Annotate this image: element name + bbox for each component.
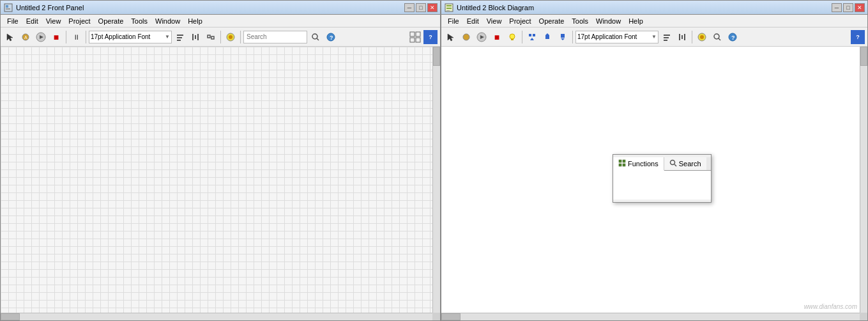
menu-tools[interactable]: Tools (127, 17, 151, 26)
bd-menu-project[interactable]: Project (505, 17, 535, 26)
svg-rect-11 (195, 35, 196, 39)
svg-rect-2 (6, 8, 10, 10)
bd-cleanup-button[interactable] (695, 30, 709, 44)
menu-view[interactable]: View (42, 17, 65, 26)
bd-menu-tools[interactable]: Tools (568, 17, 592, 26)
help-button[interactable]: ? (324, 30, 338, 44)
menu-file[interactable]: File (3, 17, 22, 26)
block-diagram-icon (444, 3, 454, 13)
svg-rect-9 (177, 40, 181, 41)
svg-point-16 (229, 35, 232, 39)
block-diagram-window: Untitled 2 Block Diagram ─ □ ✕ File Edit… (441, 0, 868, 321)
bd-color-tool-button[interactable] (459, 30, 473, 44)
title-left: Untitled 2 Front Panel (3, 3, 84, 13)
bd-stop-button[interactable]: ■ (490, 30, 504, 44)
toolbar-separator-2 (86, 31, 86, 43)
bd-minimize-button[interactable]: ─ (832, 3, 842, 12)
svg-rect-35 (533, 34, 535, 36)
svg-rect-39 (664, 37, 669, 38)
bd-run-button[interactable] (475, 30, 489, 44)
pause-button[interactable]: ⏸ (69, 30, 83, 44)
bd-toolbar-separator-1 (522, 31, 522, 43)
color-tool-button[interactable]: A (19, 30, 33, 44)
run-button[interactable] (34, 30, 48, 44)
svg-line-55 (674, 164, 676, 166)
close-button[interactable]: ✕ (427, 3, 438, 12)
font-selector[interactable]: 17pt Application Font ▼ (89, 31, 172, 43)
resize-button[interactable] (204, 30, 218, 44)
bd-step-over-button[interactable] (540, 30, 554, 44)
font-name: 17pt Application Font (91, 33, 164, 40)
search-input[interactable] (247, 33, 304, 40)
maximize-button[interactable]: □ (416, 3, 426, 12)
stop-button[interactable]: ■ (49, 30, 63, 44)
bd-horizontal-scrollbar[interactable] (441, 313, 860, 320)
toolbar-separator-3 (220, 31, 221, 43)
distribute-button[interactable] (188, 30, 202, 44)
bd-menu-window[interactable]: Window (592, 17, 625, 26)
grid-button[interactable] (408, 30, 422, 44)
menu-operate[interactable]: Operate (95, 17, 128, 26)
vertical-scroll-thumb[interactable] (433, 47, 440, 66)
menu-window[interactable]: Window (151, 17, 184, 26)
functions-tab-label: Functions (628, 160, 659, 168)
svg-rect-37 (561, 34, 565, 38)
menu-project[interactable]: Project (65, 17, 94, 26)
svg-line-47 (719, 38, 720, 40)
bd-distribute-button[interactable] (675, 30, 689, 44)
bd-maximize-button[interactable]: □ (843, 3, 853, 12)
bd-context-help-button[interactable]: ? (851, 30, 865, 44)
vertical-scrollbar[interactable] (432, 47, 440, 313)
bd-highlight-button[interactable] (505, 30, 519, 44)
align-button[interactable] (173, 30, 187, 44)
functions-tab[interactable]: Functions (613, 157, 664, 171)
search-button[interactable] (308, 30, 323, 44)
font-selector-arrow: ▼ (165, 34, 170, 40)
bd-title-controls: ─ □ ✕ (832, 3, 865, 12)
svg-text:?: ? (731, 35, 735, 41)
search-tab[interactable]: Search (664, 157, 706, 170)
bd-search-button[interactable] (710, 30, 724, 44)
bd-vertical-scrollbar[interactable] (860, 47, 867, 313)
bd-vertical-scroll-thumb[interactable] (860, 47, 867, 66)
svg-rect-1 (6, 5, 8, 8)
front-panel-toolbar: A ■ ⏸ 17pt Application Font ▼ (1, 27, 440, 47)
svg-point-46 (714, 34, 719, 39)
svg-rect-21 (410, 32, 415, 36)
bd-menu-operate[interactable]: Operate (535, 17, 568, 26)
front-panel-window: Untitled 2 Front Panel ─ □ ✕ File Edit V… (0, 0, 441, 321)
context-help-button[interactable]: ? (423, 30, 438, 44)
svg-point-17 (312, 34, 317, 39)
bd-close-button[interactable]: ✕ (855, 3, 865, 12)
controls-palette-button[interactable] (224, 30, 238, 44)
svg-rect-7 (177, 35, 183, 36)
toolbar-separator-4 (240, 31, 241, 43)
svg-rect-52 (619, 164, 621, 166)
watermark: www.dianfans.com (804, 303, 857, 310)
bd-font-selector[interactable]: 17pt Application Font ▼ (575, 31, 659, 43)
search-tab-icon (669, 159, 677, 168)
menu-help[interactable]: Help (184, 17, 206, 26)
bd-menu-help[interactable]: Help (625, 17, 647, 26)
svg-rect-33 (511, 39, 514, 40)
block-diagram-canvas[interactable]: Functions Search www.dianfans.com (441, 47, 867, 320)
bd-help-button[interactable]: ? (726, 30, 740, 44)
minimize-button[interactable]: ─ (404, 3, 415, 12)
front-panel-canvas[interactable] (1, 47, 440, 320)
bd-step-into-button[interactable] (525, 30, 539, 44)
horizontal-scrollbar[interactable] (1, 313, 432, 320)
menu-edit[interactable]: Edit (22, 17, 42, 26)
svg-rect-41 (679, 34, 680, 40)
popup-tab-bar: Functions Search (613, 157, 711, 171)
bd-align-button[interactable] (660, 30, 674, 44)
bd-menu-edit[interactable]: Edit (463, 17, 483, 26)
bd-menu-file[interactable]: File (444, 17, 463, 26)
functions-icon (618, 159, 626, 168)
bd-menu-view[interactable]: View (483, 17, 506, 26)
horizontal-scroll-thumb[interactable] (1, 313, 20, 320)
bd-step-out-button[interactable] (556, 30, 570, 44)
bd-pointer-tool-button[interactable] (444, 30, 458, 44)
pointer-tool-button[interactable] (3, 30, 17, 44)
title-controls: ─ □ ✕ (404, 3, 438, 12)
bd-horizontal-scroll-thumb[interactable] (441, 313, 461, 320)
